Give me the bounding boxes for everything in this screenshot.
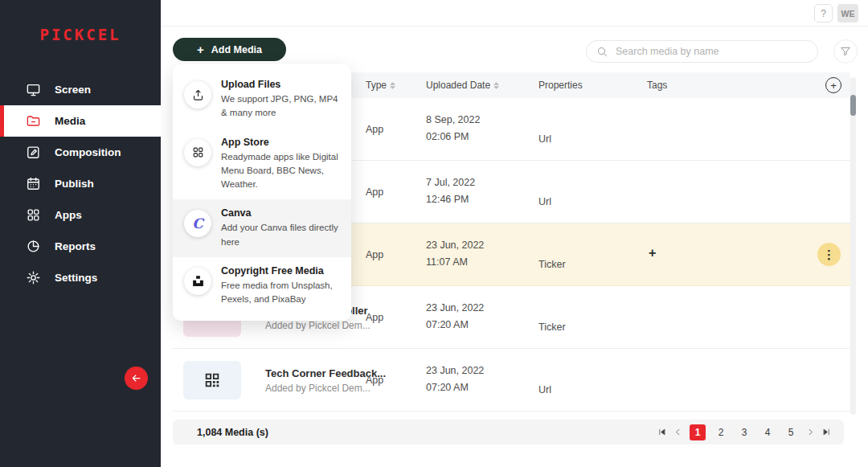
column-header-tags: Tags (647, 72, 667, 98)
column-header-properties: Properties (538, 72, 583, 98)
pagination: 1 2 3 4 5 (657, 424, 831, 440)
uploaded-date: 23 Jun, 2022 07:20 AM (426, 363, 484, 398)
sidebar-item-label: Composition (55, 146, 121, 158)
sidebar-item-label: Publish (55, 178, 94, 190)
uploaded-date: 7 Jul, 2022 12:46 PM (426, 174, 475, 210)
previous-page-button[interactable] (674, 428, 682, 436)
next-page-button[interactable] (806, 428, 815, 436)
user-avatar-button[interactable]: WE (837, 4, 858, 23)
help-button[interactable]: ? (814, 4, 833, 23)
media-properties: Url (538, 196, 551, 207)
left-arrow-icon (130, 372, 142, 384)
upload-icon (184, 81, 211, 109)
media-properties: Url (538, 133, 551, 145)
app-store-grid-icon (184, 139, 211, 166)
search-input[interactable] (616, 46, 800, 57)
chevron-right-icon (806, 428, 815, 436)
sidebar-nav: Screen Media Composition Publish Apps (0, 74, 161, 293)
menu-item-copyright-free-media[interactable]: Copyright Free Media Free media from Uns… (173, 257, 351, 315)
table-row[interactable]: Tech Corner Feedback... Added by Pickcel… (173, 349, 850, 412)
calendar-icon (25, 176, 41, 192)
first-page-icon (657, 428, 666, 436)
add-media-label: Add Media (211, 44, 262, 55)
folder-icon (25, 113, 41, 129)
media-count: 1,084 Media (s) (197, 427, 268, 438)
column-header-type[interactable]: Type (366, 72, 395, 98)
gear-icon (25, 270, 41, 286)
last-page-icon (822, 428, 831, 436)
media-properties: Url (538, 384, 551, 395)
menu-item-upload-files[interactable]: Upload Files We support JPG, PNG, MP4 & … (173, 71, 351, 129)
sidebar-item-label: Settings (55, 272, 97, 284)
add-tag-button[interactable]: + (649, 246, 656, 260)
media-thumbnail (183, 361, 241, 399)
sort-icon (493, 82, 499, 89)
media-type: App (366, 124, 383, 135)
uploaded-date: 8 Sep, 2022 02:06 PM (426, 112, 480, 147)
sidebar-item-label: Apps (55, 209, 82, 221)
sidebar-item-label: Screen (55, 84, 91, 96)
pickcel-logo: PICKCEL (0, 26, 161, 43)
uploaded-date: 23 Jun, 2022 07:20 AM (426, 300, 484, 335)
column-header-uploaded-date[interactable]: Uploaded Date (426, 72, 499, 98)
collapse-sidebar-button[interactable] (125, 367, 148, 390)
page-button-3[interactable]: 3 (736, 424, 752, 440)
page-button-5[interactable]: 5 (783, 424, 799, 440)
monitor-icon (25, 82, 41, 98)
media-type: App (366, 312, 383, 323)
media-type: App (366, 375, 383, 386)
page-button-4[interactable]: 4 (760, 424, 776, 440)
chevron-left-icon (674, 428, 682, 436)
add-column-button[interactable]: + (825, 77, 841, 93)
page-button-2[interactable]: 2 (713, 424, 729, 440)
sidebar-item-apps[interactable]: Apps (0, 199, 161, 231)
table-footer: 1,084 Media (s) 1 2 3 4 5 (173, 420, 844, 444)
page-button-1[interactable]: 1 (690, 424, 706, 440)
search-bar (586, 40, 818, 63)
vertical-dots-icon: ⋮ (823, 248, 835, 262)
apps-grid-icon (25, 207, 41, 223)
sidebar-item-screen[interactable]: Screen (0, 74, 161, 105)
sidebar-item-settings[interactable]: Settings (0, 262, 161, 293)
add-media-dropdown: Upload Files We support JPG, PNG, MP4 & … (173, 64, 351, 321)
sidebar: PICKCEL Screen Media Composition Publish (0, 0, 161, 467)
sidebar-item-reports[interactable]: Reports (0, 231, 161, 262)
last-page-button[interactable] (822, 428, 831, 436)
media-type: App (366, 249, 383, 260)
qr-code-icon (203, 371, 221, 389)
menu-item-canva[interactable]: C Canva Add your Canva files directly he… (173, 199, 351, 257)
scrollbar-thumb[interactable] (850, 95, 856, 116)
topbar: ? WE (161, 0, 868, 27)
table-scrollbar (850, 77, 856, 415)
add-media-button[interactable]: + Add Media (173, 38, 286, 61)
media-properties: Ticker (538, 259, 566, 270)
canva-icon: C (184, 210, 211, 237)
funnel-icon (839, 45, 852, 58)
sidebar-item-label: Media (55, 115, 85, 127)
unsplash-icon (184, 268, 211, 295)
edit-icon (25, 145, 41, 161)
pie-chart-icon (25, 239, 41, 255)
uploaded-date: 23 Jun, 2022 11:07 AM (426, 237, 484, 272)
filter-button[interactable] (833, 39, 858, 63)
row-actions-menu-button[interactable]: ⋮ (817, 243, 841, 266)
first-page-button[interactable] (657, 428, 666, 436)
media-type: App (366, 186, 383, 198)
sort-icon (390, 82, 395, 89)
sidebar-item-publish[interactable]: Publish (0, 168, 161, 199)
media-properties: Ticker (538, 322, 566, 333)
sidebar-item-media[interactable]: Media (0, 105, 161, 137)
sidebar-item-composition[interactable]: Composition (0, 137, 161, 168)
media-name-cell: Tech Corner Feedback... Added by Pickcel… (265, 367, 362, 393)
sidebar-item-label: Reports (55, 240, 96, 252)
menu-item-app-store[interactable]: App Store Readymade apps like Digital Me… (173, 129, 351, 200)
plus-icon: + (197, 43, 204, 56)
search-icon (596, 46, 608, 58)
